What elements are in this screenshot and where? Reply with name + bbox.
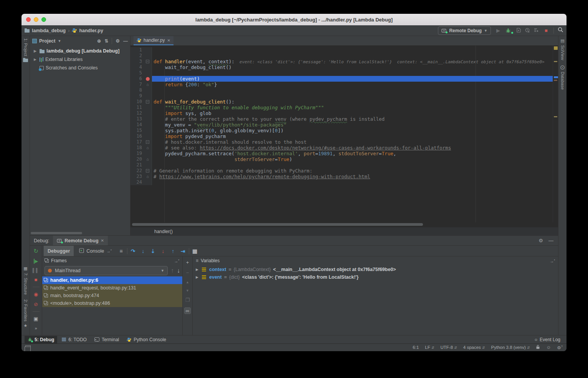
gutter-cell[interactable]	[144, 76, 152, 82]
gutter-cell[interactable]	[144, 151, 152, 156]
code-line[interactable]: 15 sys.path.insert(0, glob.glob(my_venv)…	[130, 128, 553, 133]
code-line[interactable]: 3def handler(event, context): event: <cl…	[130, 59, 553, 64]
expand-arrow-icon[interactable]: ▶	[34, 58, 38, 61]
breadcrumb-project[interactable]: lambda_debug	[32, 28, 66, 33]
add-watch-icon[interactable]: +	[186, 260, 189, 265]
gutter-cell[interactable]	[144, 64, 152, 70]
lock-icon[interactable]	[536, 345, 540, 350]
code-text[interactable]: wait_for_debug_client()	[152, 64, 231, 70]
fold-end-icon[interactable]: ⌂	[144, 82, 152, 87]
editor-error-stripe[interactable]	[553, 46, 558, 222]
run-configurations-icon[interactable]	[534, 27, 539, 34]
gutter-cell[interactable]	[144, 59, 152, 64]
gutter-cell[interactable]	[144, 133, 152, 139]
code-text[interactable]: # enter the correct path here to your ve…	[152, 116, 385, 122]
line-number[interactable]: 5	[130, 70, 144, 76]
inspections-profile-icon[interactable]: ☺	[546, 345, 551, 350]
run-icon[interactable]: ▶	[495, 28, 502, 33]
indent-widget[interactable]: 4 spaces ⇵	[463, 345, 485, 350]
step-into-my-code-icon[interactable]: ↓	[159, 248, 167, 254]
code-line[interactable]: 1	[130, 47, 553, 53]
profiler-icon[interactable]	[525, 27, 530, 34]
toolwindow-button-terminal[interactable]: ▸_ Terminal	[91, 336, 122, 343]
coverage-icon[interactable]	[516, 27, 521, 34]
line-number[interactable]: 15	[130, 128, 144, 133]
fold-marker-icon[interactable]	[146, 169, 149, 173]
code-line[interactable]: 16 import pydevd_pycharm	[130, 133, 553, 139]
tab-console[interactable]: Console →▪	[75, 246, 115, 256]
gutter-cell[interactable]	[144, 122, 152, 128]
next-frame-icon[interactable]: ↓	[177, 267, 180, 274]
code-text[interactable]: print(event)	[152, 76, 553, 82]
line-number[interactable]: 23	[130, 174, 144, 179]
gutter-cell[interactable]	[144, 53, 152, 59]
fold-end-icon[interactable]: ⌂	[144, 145, 152, 151]
line-number[interactable]: 20	[130, 156, 144, 162]
code-line[interactable]: 8	[130, 87, 553, 93]
variable-row[interactable]: ▶context={LambdaContext}<__main__.Lambda…	[193, 266, 558, 273]
restore-layout-icon[interactable]: ▣	[33, 316, 38, 322]
code-text[interactable]	[152, 87, 154, 93]
code-text[interactable]: return {200: "ok"}	[152, 82, 217, 87]
code-text[interactable]	[152, 47, 154, 53]
step-over-icon[interactable]: ↷	[129, 248, 137, 254]
force-step-into-icon[interactable]: ⇣	[149, 248, 157, 254]
code-text[interactable]: def wait_for_debug_client():	[152, 99, 235, 105]
code-line[interactable]: 14 my_venv = "venv/lib/python*/site-pack…	[130, 122, 553, 128]
toolwindow-button-project[interactable]: 1: Project	[23, 36, 28, 64]
code-text[interactable]: # host.docker.internal should resolve to…	[152, 139, 307, 145]
code-line[interactable]: 18⌂ # see also: https://docs.docker.com/…	[130, 145, 553, 151]
code-text[interactable]: # https://www.jetbrains.com/help/pycharm…	[152, 174, 370, 179]
collapse-all-icon[interactable]: ⇅	[104, 38, 108, 44]
tree-item[interactable]: ▶lambda_debug [Lambda Debug]	[30, 47, 130, 55]
line-number[interactable]: 2	[130, 53, 144, 59]
resume-icon[interactable]: ▶	[34, 259, 38, 264]
gear-icon[interactable]: ⚙	[116, 38, 120, 44]
code-line[interactable]: 22# General information on remote debugg…	[130, 168, 553, 174]
breadcrumb-file[interactable]: handler.py	[79, 28, 103, 33]
line-number[interactable]: 1	[130, 47, 144, 53]
step-out-icon[interactable]: ↑	[169, 248, 177, 254]
gutter-cell[interactable]	[144, 99, 152, 105]
line-number[interactable]: 19	[130, 151, 144, 156]
toolwindow-button-todo[interactable]: 6: TODO	[59, 336, 90, 343]
mute-breakpoints-icon[interactable]: ⊘	[34, 301, 38, 307]
close-window-button[interactable]	[26, 17, 31, 22]
show-watches-icon[interactable]: ∞	[184, 307, 191, 314]
code-text[interactable]	[152, 70, 154, 76]
caret-position[interactable]: 6:1	[413, 345, 419, 350]
code-text[interactable]: pydevd_pycharm.settrace('host.docker.int…	[152, 151, 396, 156]
code-text[interactable]: def handler(event, context): event: <cla…	[152, 59, 545, 64]
pin-icon[interactable]: →▪	[174, 258, 179, 263]
code-line[interactable]: 7⌂ return {200: "ok"}	[130, 82, 553, 87]
code-line[interactable]: 20⌂ stderrToServer=True)	[130, 156, 553, 162]
gutter-cell[interactable]	[144, 47, 152, 53]
pause-icon[interactable]: ▌▌	[33, 268, 40, 273]
stack-frame[interactable]: handler, handler.py:6	[42, 276, 182, 284]
stop-icon[interactable]: ■	[543, 28, 550, 33]
code-editor[interactable]: 123def handler(event, context): event: <…	[130, 46, 553, 222]
line-number[interactable]: 8	[130, 87, 144, 93]
project-scrollbar[interactable]	[31, 232, 129, 235]
debug-bug-icon[interactable]	[505, 28, 512, 33]
code-line[interactable]: 10def wait_for_debug_client():	[130, 99, 553, 105]
gutter-cell[interactable]	[144, 128, 152, 133]
hide-icon[interactable]: —	[548, 238, 553, 243]
code-text[interactable]: stderrToServer=True)	[152, 156, 292, 162]
toolwindow-button-favorites[interactable]: 2: Favorites ★	[23, 297, 28, 335]
more-icon[interactable]: »	[35, 326, 37, 330]
gear-icon[interactable]: ⚙	[538, 238, 543, 243]
encoding-widget[interactable]: UTF-8 ⇵	[440, 345, 457, 350]
stack-frame[interactable]: handle_event_request, bootstrap.py:131	[42, 284, 182, 292]
code-line[interactable]: 19 pydevd_pycharm.settrace('host.docker.…	[130, 151, 553, 156]
line-number[interactable]: 13	[130, 116, 144, 122]
gutter-cell[interactable]	[144, 110, 152, 116]
stack-frame[interactable]: main, bootstrap.py:474	[42, 292, 182, 299]
code-line[interactable]: 13 # enter the correct path here to your…	[130, 116, 553, 122]
hide-icon[interactable]: —	[123, 38, 128, 44]
code-line[interactable]: 23⌂# https://www.jetbrains.com/help/pych…	[130, 174, 553, 179]
line-number[interactable]: 17	[130, 139, 144, 145]
fold-end-icon[interactable]: ⌂	[144, 174, 152, 179]
zoom-window-button[interactable]	[41, 17, 46, 22]
update-icon[interactable]: ⚙?	[557, 345, 563, 350]
